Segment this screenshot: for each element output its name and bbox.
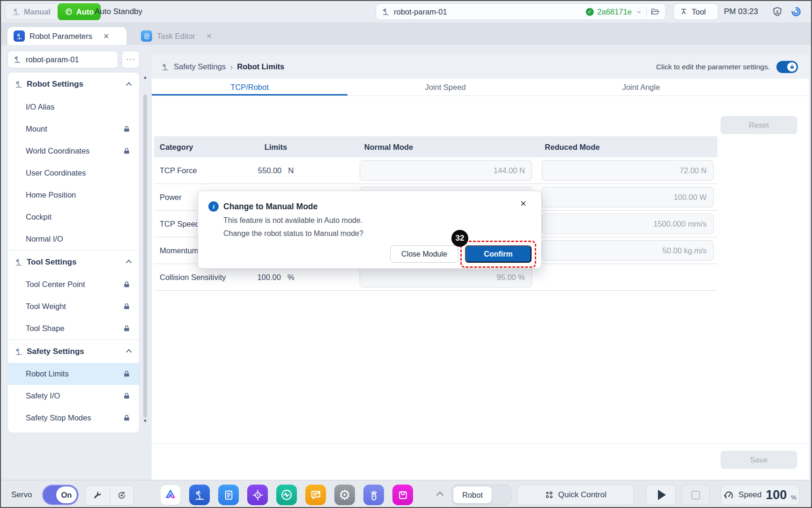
sidebar-item-mount[interactable]: Mount [8,118,139,140]
section-title: Robot Settings [27,80,83,89]
sidebar-item-io-alias[interactable]: I/O Alias [8,96,139,118]
sidebar-item-safety-io[interactable]: Safety I/O [8,385,139,407]
dock-expand-chevron-icon[interactable] [436,492,444,499]
sidebar-item-tool-shape[interactable]: Tool Shape [8,317,139,339]
confirm-button[interactable]: Confirm [465,245,531,263]
open-folder-icon[interactable] [650,7,660,16]
robot-arm-icon [15,80,23,88]
reduced-mode-input[interactable] [542,187,714,207]
item-label: Safety Stop Modes [26,413,91,422]
active-parameter-pill[interactable]: robot-param-01 2a68171e [376,3,666,20]
dock-app-remote[interactable] [363,485,384,505]
sidebar-item-tool-center-point[interactable]: Tool Center Point [8,273,139,295]
sidebar-item-robot-limits[interactable]: Robot Limits [8,363,139,385]
scroll-up-arrow-icon[interactable] [142,74,148,81]
breadcrumb: Safety Settings Robot Limits [152,62,284,71]
dock-app-log[interactable] [305,485,326,505]
breadcrumb-current: Robot Limits [237,62,284,71]
tab-task-editor[interactable]: Task Editor [135,27,224,45]
lock-icon [790,64,795,69]
stop-button[interactable] [681,485,710,505]
tool-button[interactable]: Tool [673,3,718,20]
section-safety-settings[interactable]: Safety Settings [8,339,139,363]
item-label: Mount [26,125,47,133]
stop-icon [691,491,700,500]
sidebar-item-home-position[interactable]: Home Position [8,184,139,206]
normal-mode-input[interactable] [360,160,532,181]
tab-joint-angle[interactable]: Joint Angle [543,79,739,96]
chevron-down-icon[interactable] [635,8,642,15]
quick-control-button[interactable]: Quick Control [517,485,634,505]
wrench-icon [93,491,102,500]
reset-button[interactable]: Reset [721,116,797,134]
lock-icon [123,125,131,133]
robot-selector-label[interactable]: Robot [453,486,492,503]
normal-mode-input[interactable] [360,267,532,287]
row-category: Collision Sensitivity [160,273,226,282]
sidebar-item-user-coordinates[interactable]: User Coordinates [8,162,139,184]
tab-tcp-robot[interactable]: TCP/Robot [152,79,347,96]
limit-value: 100.00 [257,273,281,282]
save-button[interactable]: Save [721,451,797,469]
reduced-mode-input[interactable] [542,160,714,181]
reduced-mode-input[interactable] [542,240,714,261]
dialog-close-icon[interactable] [520,199,526,209]
play-button[interactable] [646,485,676,505]
servo-state: On [56,486,77,503]
connection-swirl-icon[interactable] [790,6,802,17]
column-header-normal-mode: Normal Mode [342,142,436,151]
close-tab-icon[interactable] [207,31,212,41]
collapse-chevron-icon[interactable] [126,82,132,88]
parameter-name-field[interactable]: robot-param-01 [7,51,118,68]
section-tool-settings[interactable]: Tool Settings [8,250,139,273]
tab-robot-parameters[interactable]: Robot Parameters [7,27,126,45]
utility-button-group [85,485,134,506]
scrollbar-thumb[interactable] [143,95,147,418]
dock-app-settings[interactable] [334,485,355,505]
dock-app-jog[interactable] [247,485,268,505]
tab-joint-speed[interactable]: Joint Speed [347,79,543,96]
section-title: Safety Settings [27,347,84,356]
sidebar-item-safety-stop-modes[interactable]: Safety Stop Modes [8,407,139,429]
home-app-icon [164,488,177,501]
scroll-down-arrow-icon[interactable] [142,418,148,424]
breadcrumb-parent[interactable]: Safety Settings [174,62,226,71]
robot-arm-icon [15,258,23,266]
edit-lock-toggle[interactable] [776,61,798,73]
remote-control-icon [368,489,380,501]
limits-tab-bar: TCP/Robot Joint Speed Joint Angle [152,79,739,96]
close-module-button[interactable]: Close Module [390,245,458,263]
dock-app-store[interactable] [392,485,413,505]
row-category: Power [160,193,182,202]
sidebar-scrollbar[interactable] [142,74,148,424]
close-tab-icon[interactable] [103,31,109,41]
sidebar-item-cockpit[interactable]: Cockpit [8,206,139,228]
table-header-row: Category Limits Normal Mode Reduced Mode [154,136,717,157]
item-label: Safety I/O [26,391,60,400]
robot-selector[interactable]: Robot [451,485,511,505]
collapse-chevron-icon[interactable] [126,260,132,266]
reduced-mode-input[interactable] [542,214,714,234]
lock-icon [123,324,131,332]
servo-toggle[interactable]: On [42,485,79,505]
collapse-chevron-icon[interactable] [126,349,132,355]
dock-app-home[interactable] [160,485,181,505]
dock-app-robot[interactable] [189,485,210,505]
wrench-button[interactable] [86,486,110,505]
table-row: TCP Force 550.00N [154,157,717,184]
sidebar-item-world-coordinates[interactable]: World Coordinates [8,140,139,162]
safety-shield-icon[interactable] [772,6,783,17]
robot-arm-icon [12,7,21,16]
sidebar-item-tool-weight[interactable]: Tool Weight [8,295,139,317]
limit-value: 550.00 [258,166,281,175]
dock-app-monitor[interactable] [276,485,297,505]
manual-mode-button[interactable]: Manual [5,3,58,20]
item-label: Tool Weight [26,302,66,311]
more-options-button[interactable] [122,51,140,68]
update-rotate-button[interactable] [110,486,134,505]
section-robot-settings[interactable]: Robot Settings [8,73,139,96]
speed-indicator[interactable]: Speed 100 % [721,485,799,505]
dock-app-task-editor[interactable] [218,485,239,505]
item-label: Home Position [26,191,76,199]
sidebar-item-normal-io[interactable]: Normal I/O [8,228,139,250]
